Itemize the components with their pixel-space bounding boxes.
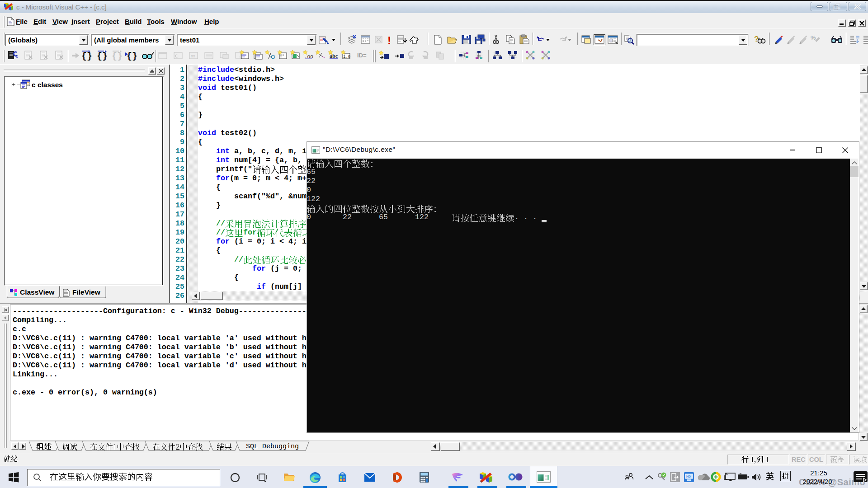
svg-text:HD: HD [686, 475, 691, 478]
svg-text:1.0: 1.0 [343, 55, 350, 59]
svg-text:{}: {} [97, 51, 108, 61]
svg-text:{}: {} [81, 51, 92, 61]
svg-text:{}: {} [112, 51, 123, 61]
svg-text:ox: ox [191, 54, 195, 58]
svg-text:{}: {} [127, 51, 137, 61]
svg-text:%: % [811, 34, 816, 41]
